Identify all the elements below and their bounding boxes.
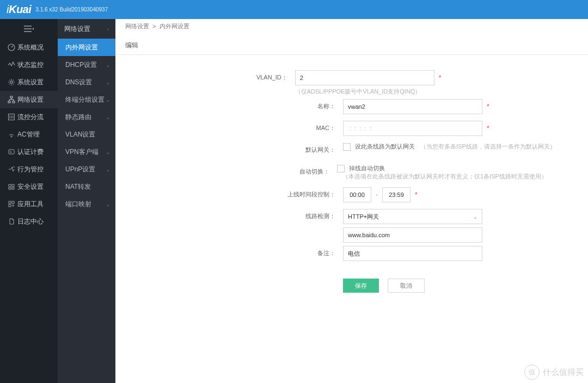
behavior-icon [5,165,17,173]
dashboard-icon [5,44,17,51]
svg-rect-4 [13,101,15,103]
sidebar-item-log[interactable]: 日志中心 [0,213,58,230]
svg-rect-14 [9,205,11,207]
sub-sidebar-title: 网络设置 [64,24,90,34]
gateway-checkbox-label: 设此条线路为默认网关 [355,143,415,151]
edit-form: VLAN_ID： * （仅ADSL/PPPOE拨号中VLAN_ID支持QINQ）… [115,55,588,293]
sidebar-item-auth[interactable]: 认证计费 [0,143,58,160]
time-start-input[interactable] [343,187,371,202]
chevron-down-icon: ⌄ [106,79,110,85]
watermark-text: 什么值得买 [543,367,584,378]
breadcrumb-sep: > [152,23,156,29]
sub-item-dns[interactable]: DNS设置 ⌄ [58,73,115,91]
sidebar-item-monitor[interactable]: 状态监控 [0,56,58,73]
flow-icon [5,113,17,121]
linkcheck-url-input[interactable] [343,227,482,243]
time-end-input[interactable] [382,187,411,202]
sub-item-group[interactable]: 终端分组设置 ⌄ [58,91,115,108]
sub-item-label: 端口映射 [65,200,91,209]
chevron-down-icon: ⌄ [106,201,110,207]
required-marker: * [487,103,489,110]
sub-item-portmap[interactable]: 端口映射 ⌄ [58,195,115,213]
sidebar-item-label: 流控分流 [17,113,44,122]
sidebar-item-flow[interactable]: 流控分流 [0,108,58,126]
mac-input[interactable] [343,121,482,136]
sidebar-item-label: 系统设置 [17,78,44,87]
mac-label: MAC： [115,121,343,132]
svg-rect-2 [10,96,13,98]
breadcrumb: 网络设置 > 内外网设置 [115,19,588,33]
sidebar-item-label: AC管理 [17,130,40,139]
linkcheck-select[interactable]: HTTP+网关 ⌄ [343,209,482,224]
svg-rect-12 [9,201,11,203]
breadcrumb-current: 内外网设置 [160,23,189,29]
ac-icon [5,131,17,138]
main-content: 网络设置 > 内外网设置 编辑 VLAN_ID： * （仅ADSL/PPPOE拨… [115,19,588,383]
onlinetime-label: 上线时间段控制： [115,187,343,199]
sub-item-label: DHCP设置 [65,60,97,70]
sub-item-upnp[interactable]: UPnP设置 ⌄ [58,160,115,178]
chevron-down-icon: ⌄ [106,114,110,120]
sub-item-label: 终端分组设置 [65,95,105,104]
sidebar-item-security[interactable]: 安全设置 [0,178,58,195]
chevron-down-icon: ⌄ [473,214,477,220]
sidebar-item-tools[interactable]: 应用工具 [0,195,58,213]
required-marker: * [415,191,418,199]
gateway-label: 默认网关： [115,143,343,154]
monitor-icon [5,61,17,69]
gear-icon [5,78,17,86]
svg-rect-9 [12,184,14,187]
app-header: iKuai 3.1.6 x32 Build201903040937 [0,0,588,19]
security-icon [5,183,17,190]
network-icon [5,96,17,103]
save-button[interactable]: 保存 [343,279,379,293]
sub-item-nat[interactable]: NAT转发 [58,178,115,195]
sidebar-item-network[interactable]: 网络设置 [0,91,58,108]
vlan-id-input[interactable] [295,70,434,85]
tools-icon [5,200,17,208]
svg-rect-7 [9,150,14,154]
log-icon [5,218,17,225]
sidebar-item-system[interactable]: 系统设置 [0,73,58,91]
sidebar-item-behavior[interactable]: 行为管控 [0,160,58,178]
sub-item-vpn[interactable]: VPN客户端 ⌄ [58,143,115,160]
sub-item-label: 内外网设置 [65,43,98,52]
svg-point-1 [10,81,13,83]
sidebar-item-overview[interactable]: 系统概况 [0,39,58,56]
chevron-down-icon: ⌄ [106,62,110,68]
sub-item-label: VPN客户端 [65,147,99,157]
version-text: 3.1.6 x32 Build201903040937 [35,7,108,13]
chevron-left-icon: ‹ [107,26,109,32]
sub-sidebar-header[interactable]: 网络设置 ‹ [58,19,115,39]
chevron-down-icon: ⌄ [106,149,110,155]
autoswitch-checkbox[interactable] [337,165,345,172]
sidebar-toggle[interactable] [0,19,58,39]
svg-point-6 [11,137,12,138]
sidebar-item-label: 系统概况 [17,43,44,52]
svg-rect-11 [12,188,14,189]
linkcheck-selected: HTTP+网关 [348,213,379,221]
remark-label: 备注： [115,246,343,257]
sidebar-item-label: 安全设置 [17,182,44,192]
cancel-button[interactable]: 取消 [388,279,425,293]
sub-item-dhcp[interactable]: DHCP设置 ⌄ [58,56,115,73]
sidebar-item-label: 行为管控 [17,165,44,174]
sub-item-label: VLAN设置 [65,130,95,139]
sub-item-label: NAT转发 [65,182,91,192]
breadcrumb-parent[interactable]: 网络设置 [125,23,149,29]
required-marker: * [439,74,442,82]
sidebar-main: 系统概况 状态监控 系统设置 网络设置 流控分流 AC管理 认证计费 行为管控 [0,19,58,383]
chevron-down-icon: ⌄ [106,166,110,172]
gateway-checkbox[interactable] [343,143,351,151]
name-input[interactable] [343,99,482,114]
vlan-id-hint: （仅ADSL/PPPOE拨号中VLAN_ID支持QINQ） [295,88,524,96]
chevron-down-icon: ⌄ [106,97,110,103]
sub-item-static-route[interactable]: 静态路由 ⌄ [58,108,115,126]
sub-item-label: UPnP设置 [65,165,95,174]
autoswitch-label: 自动切换： [115,164,337,176]
auth-icon [5,148,17,156]
remark-input[interactable] [343,246,482,261]
sub-item-vlan[interactable]: VLAN设置 [58,126,115,143]
sub-item-wanlan[interactable]: 内外网设置 [58,39,115,56]
sidebar-item-ac[interactable]: AC管理 [0,126,58,143]
